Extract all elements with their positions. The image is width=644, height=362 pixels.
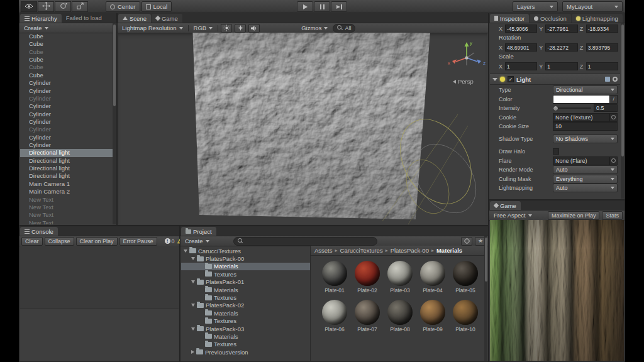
pause-button[interactable] <box>314 1 330 12</box>
asset-plate-01[interactable]: Plate-01 <box>319 261 350 293</box>
hierarchy-item-cylinder[interactable]: Cylinder <box>20 141 113 149</box>
hierarchy-item-directional-light[interactable]: Directional light <box>20 172 113 180</box>
tab-occlusion[interactable]: Occlusion <box>530 14 571 23</box>
scrollbar-thumb[interactable] <box>113 25 116 106</box>
create-dropdown[interactable]: Create <box>21 24 51 32</box>
hierarchy-item-new-text[interactable]: New Text <box>20 219 113 224</box>
effects-toggle-button[interactable] <box>235 24 246 33</box>
tree-item-caruccitextures[interactable]: CarucciTextures <box>181 247 310 255</box>
layout-dropdown[interactable]: MyLayout <box>562 1 623 12</box>
play-button[interactable] <box>297 1 313 12</box>
breadcrumb-item-caruccitextures[interactable]: CarucciTextures <box>340 247 383 254</box>
property-dropdown[interactable]: Auto <box>553 165 618 174</box>
tree-item-materials[interactable]: Materials <box>181 332 310 340</box>
hierarchy-item-cylinder[interactable]: Cylinder <box>20 134 113 141</box>
property-dropdown[interactable]: Directional <box>553 85 618 94</box>
tab-inspector[interactable]: Inspector <box>490 14 529 23</box>
tab-lightmapping[interactable]: Lightmapping <box>572 14 623 23</box>
error-pause-button[interactable]: Error Pause <box>119 237 157 246</box>
project-create-dropdown[interactable]: Create <box>182 237 212 245</box>
tab-console[interactable]: Console <box>20 227 58 236</box>
project-search-input[interactable] <box>245 238 373 245</box>
scrollbar-thumb[interactable] <box>485 238 487 282</box>
property-text-field[interactable]: 10 <box>553 122 618 131</box>
aspect-dropdown[interactable]: Free Aspect <box>491 211 535 219</box>
console-log-area[interactable] <box>20 246 179 361</box>
hierarchy-item-directional-light[interactable]: Directional light <box>20 149 113 156</box>
foldout-icon[interactable] <box>191 257 195 260</box>
projection-toggle[interactable]: Persp <box>453 78 474 85</box>
object-field[interactable]: None (Flare) <box>553 156 618 165</box>
vector-field-z[interactable]: 1 <box>586 62 618 70</box>
move-tool-button[interactable] <box>38 1 54 12</box>
asset-plate-06[interactable]: Plate-06 <box>319 300 350 332</box>
scrollbar-thumb[interactable] <box>621 25 624 156</box>
tree-item-materials[interactable]: Materials <box>181 263 310 270</box>
pivot-local-button[interactable]: Local <box>142 1 172 12</box>
tree-item-platespack-01[interactable]: PlatesPack-01 <box>181 278 310 286</box>
asset-plate-10[interactable]: Plate-10 <box>450 300 480 332</box>
hierarchy-item-cylinder[interactable]: Cylinder <box>20 87 113 95</box>
asset-plate-08[interactable]: Plate-08 <box>385 300 415 332</box>
asset-plate-07[interactable]: Plate-07 <box>352 300 382 332</box>
object-picker-icon[interactable] <box>609 157 617 165</box>
slider-value-field[interactable]: 0.5 <box>594 104 618 112</box>
hierarchy-item-directional-light[interactable]: Directional light <box>20 165 113 172</box>
maximize-on-play-button[interactable]: Maximize on Play <box>548 211 600 220</box>
hierarchy-scrollbar[interactable] <box>113 23 116 224</box>
vector-field-z[interactable]: -18.9334 <box>586 25 618 33</box>
hierarchy-item-main-camera-1[interactable]: Main Camera 1 <box>20 180 113 188</box>
vector-field-x[interactable]: 1 <box>505 62 537 70</box>
breadcrumb-item-materials[interactable]: Materials <box>436 247 462 254</box>
property-checkbox[interactable] <box>553 148 559 155</box>
breadcrumb-item-platespack-00[interactable]: PlatesPack-00 <box>391 247 429 254</box>
foldout-icon[interactable] <box>191 350 194 354</box>
asset-plate-02[interactable]: Plate-02 <box>352 261 382 293</box>
asset-plate-04[interactable]: Plate-04 <box>418 261 448 293</box>
audio-toggle-button[interactable] <box>248 24 260 33</box>
pivot-center-button[interactable]: Center <box>106 1 140 12</box>
hierarchy-item-cylinder[interactable]: Cylinder <box>20 118 113 126</box>
intensity-slider[interactable] <box>553 107 591 109</box>
hierarchy-item-new-text[interactable]: New Text <box>20 204 113 211</box>
vector-field-z[interactable]: 3.893795 <box>586 43 618 52</box>
info-count[interactable]: !0 <box>165 238 175 244</box>
breadcrumb-item-assets[interactable]: Assets <box>314 247 333 254</box>
collapse-button[interactable]: Collapse <box>45 237 74 246</box>
tab-scene[interactable]: Scene <box>118 14 151 23</box>
hierarchy-item-directional-light[interactable]: Directional light <box>20 157 113 165</box>
foldout-icon[interactable] <box>492 78 497 81</box>
vector-field-y[interactable]: -28.2272 <box>545 43 577 52</box>
tree-item-textures[interactable]: Textures <box>181 341 310 348</box>
inspector-scrollbar[interactable] <box>621 23 624 199</box>
step-button[interactable] <box>331 1 347 12</box>
hierarchy-item-cylinder[interactable]: Cylinder <box>20 79 113 87</box>
property-dropdown[interactable]: No Shadows <box>553 134 618 143</box>
hierarchy-item-cylinder[interactable]: Cylinder <box>20 126 113 133</box>
foldout-icon[interactable] <box>191 280 195 283</box>
scene-search[interactable]: All <box>333 24 355 33</box>
rotate-tool-button[interactable] <box>55 1 71 12</box>
hierarchy-item-new-text[interactable]: New Text <box>20 196 113 204</box>
tab-project[interactable]: Project <box>181 227 216 236</box>
lighting-toggle-button[interactable] <box>221 24 232 33</box>
project-scrollbar[interactable] <box>484 236 487 361</box>
tree-item-materials[interactable]: Materials <box>181 309 310 317</box>
object-picker-icon[interactable] <box>609 114 617 121</box>
light-enabled-checkbox[interactable]: ✓ <box>508 76 514 82</box>
tree-item-platespack-03[interactable]: PlatesPack-03 <box>181 325 310 332</box>
hierarchy-item-cube[interactable]: Cube <box>20 33 113 40</box>
foldout-icon[interactable] <box>191 327 195 331</box>
hierarchy-item-cylinder[interactable]: Cylinder <box>20 102 113 110</box>
tree-item-platespack-00[interactable]: PlatesPack-00 <box>181 255 310 262</box>
color-swatch[interactable]: / <box>553 95 618 104</box>
property-dropdown[interactable]: Auto <box>553 184 618 192</box>
hierarchy-item-cylinder[interactable]: Cylinder <box>20 95 113 102</box>
vector-field-x[interactable]: 48.69901 <box>505 43 537 52</box>
asset-plate-05[interactable]: Plate-05 <box>450 261 480 293</box>
tree-item-textures[interactable]: Textures <box>181 293 310 301</box>
layers-dropdown[interactable]: Layers <box>513 1 558 12</box>
search-by-label-button[interactable] <box>461 237 472 246</box>
foldout-icon[interactable] <box>191 304 195 307</box>
help-icon[interactable] <box>605 77 610 82</box>
